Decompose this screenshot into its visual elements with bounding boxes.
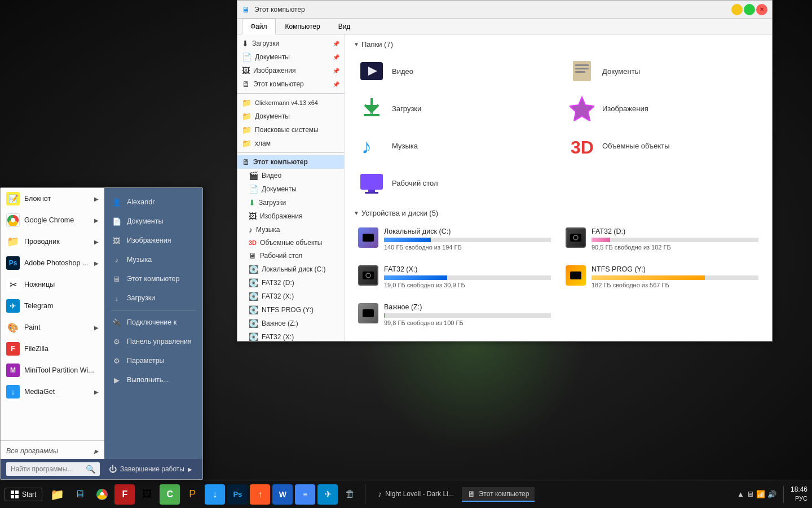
start-item-explorer[interactable]: 📁 Проводник ▶	[1, 231, 104, 252]
tray-icon-volume[interactable]: 🔊	[767, 490, 776, 498]
minitool-icon: M	[6, 364, 20, 377]
taskbar-filezilla-icon[interactable]: F	[114, 484, 135, 505]
drive-y[interactable]: NTFS PROG (Y:) 182 ГБ свободно из 567 ГБ	[561, 261, 763, 293]
taskbar-docs-icon[interactable]: ≡	[295, 484, 315, 505]
taskbar-chrome-icon[interactable]	[92, 484, 112, 505]
taskbar-screen-icon[interactable]: 🖥	[69, 484, 90, 505]
sidebar-item-dl[interactable]: ⬇ Загрузки	[237, 196, 344, 209]
start-right-alexandr[interactable]: 👤 Alexandr	[104, 192, 202, 212]
sidebar-item-d[interactable]: 💽 FAT32 (D:)	[237, 276, 344, 290]
drive-z[interactable]: Важное (Z:) 99,8 ГБ свободно из 100 ГБ	[354, 299, 555, 331]
taskbar-share-icon[interactable]: ↑	[250, 484, 270, 505]
close-button[interactable]: ✕	[756, 4, 767, 15]
sidebar-item-video[interactable]: 🎬 Видео	[237, 169, 344, 182]
drive-c[interactable]: Локальный диск (C:) 140 ГБ свободно из 1…	[354, 223, 555, 255]
start-right-settings[interactable]: ⚙ Параметры	[104, 351, 202, 370]
start-search[interactable]: 🔍	[6, 462, 100, 476]
sidebar-item-documents[interactable]: 📄 Документы 📌	[237, 50, 344, 64]
sidebar-item-docs2[interactable]: 📁 Документы	[237, 110, 344, 123]
sidebar-item-desktop[interactable]: 🖥 Рабочий стол	[237, 249, 344, 262]
tray-icon-monitor[interactable]: 🖥	[747, 490, 754, 498]
taskbar-word-icon[interactable]: W	[272, 484, 293, 505]
start-item-telegram[interactable]: ✈ Telegram	[1, 295, 104, 317]
folder-item-downloads[interactable]: Загрузки	[354, 91, 553, 125]
sidebar-pin-icon: 📌	[333, 54, 339, 60]
start-right-connect[interactable]: 🔌 Подключение к	[104, 313, 202, 332]
taskbar-telegram-icon[interactable]: ✈	[317, 484, 338, 505]
taskbar-file-explorer-icon[interactable]: 📁	[47, 484, 67, 505]
taskbar-ps-icon[interactable]: Ps	[227, 484, 248, 505]
maximize-button[interactable]	[744, 4, 755, 15]
taskbar-item-music[interactable]: ♪ Night Lovell - Dark Li...	[372, 487, 459, 502]
folder-name: Музыка	[392, 142, 418, 150]
drive-c-space: 140 ГБ свободно из 194 ГБ	[384, 244, 551, 251]
drive-x[interactable]: FAT32 (X:) 19,0 ГБ свободно из 30,9 ГБ	[354, 261, 555, 293]
folder-item-documents[interactable]: Документы	[564, 54, 763, 88]
taskbar-photos-icon[interactable]: 🖼	[137, 484, 157, 505]
start-item-chrome[interactable]: Google Chrome ▶	[1, 209, 104, 231]
sidebar-item-z[interactable]: 💽 Важное (Z:)	[237, 317, 344, 330]
sidebar-label: Важное (Z:)	[262, 319, 298, 327]
start-item-paint[interactable]: 🎨 Paint ▶	[1, 317, 104, 338]
drive-z-name: Важное (Z:)	[384, 303, 551, 311]
sidebar-item-thispc-top[interactable]: 🖥 Этот компьютер 📌	[237, 77, 344, 91]
start-right-documents[interactable]: 📄 Документы	[104, 212, 202, 231]
minimize-button[interactable]	[731, 4, 743, 15]
tab-computer[interactable]: Компьютер	[277, 19, 329, 34]
start-button[interactable]: Start	[5, 488, 42, 501]
sidebar-item-docs3[interactable]: 📄 Документы	[237, 182, 344, 196]
folder-item-images[interactable]: Изображения	[564, 91, 763, 125]
taskbar-download-icon[interactable]: ↓	[205, 484, 225, 505]
start-right-music[interactable]: ♪ Музыка	[104, 250, 202, 269]
taskbar-clipboard-icon[interactable]: C	[160, 484, 180, 505]
sidebar-item-3d[interactable]: 3D Объемные объекты	[237, 237, 344, 249]
folder-item-video[interactable]: Видео	[354, 54, 553, 88]
controlpanel-icon: ⚙	[111, 336, 122, 347]
tray-icon-network[interactable]: 📶	[756, 490, 765, 498]
sidebar-item-music[interactable]: ♪ Музыка	[237, 223, 344, 237]
sidebar-item-search[interactable]: 📁 Поисковые системы	[237, 123, 344, 137]
sidebar-item-clickermann[interactable]: 📁 Clickermann v4.13 x64	[237, 96, 344, 110]
file-explorer-content: ⬇ Загрузки 📌 📄 Документы 📌 🖼 Изображения…	[237, 34, 772, 341]
taskbar-item-computer[interactable]: 🖥 Этот компьютер	[462, 487, 535, 502]
tab-file[interactable]: Файл	[242, 19, 276, 34]
start-item-filezilla[interactable]: F FileZilla	[1, 338, 104, 360]
start-right-downloads[interactable]: ↓ Загрузки	[104, 288, 202, 308]
drive-c-bar-wrap	[384, 238, 551, 242]
start-right-run[interactable]: ▶ Выполнить...	[104, 370, 202, 389]
sidebar-item-x2[interactable]: 💽 FAT32 (X:)	[237, 330, 344, 341]
sidebar-item-downloads[interactable]: ⬇ Загрузки 📌	[237, 37, 344, 50]
start-right-images[interactable]: 🖼 Изображения	[104, 231, 202, 250]
folder-item-3d[interactable]: 3D Объемные объекты	[564, 129, 763, 163]
sidebar-item-thispc[interactable]: 🖥 Этот компьютер	[237, 155, 344, 169]
sidebar-item-images[interactable]: 🖼 Изображения 📌	[237, 64, 344, 77]
shutdown-arrow: ▶	[188, 466, 192, 472]
folders-section-header[interactable]: ▼ Папки (7)	[354, 40, 763, 49]
keyboard-lang: РУС	[791, 494, 807, 503]
start-item-all-programs[interactable]: Все программы ▶	[1, 443, 104, 459]
drive-d[interactable]: FAT32 (D:) 90,5 ГБ свободно из 102 ГБ	[561, 223, 763, 255]
start-right-computer[interactable]: 🖥 Этот компьютер	[104, 269, 202, 288]
sidebar-item-x[interactable]: 💽 FAT32 (X:)	[237, 290, 344, 303]
sidebar-item-y[interactable]: 💽 NTFS PROG (Y:)	[237, 303, 344, 317]
tab-view[interactable]: Вид	[330, 19, 359, 34]
sidebar-item-localc[interactable]: 💽 Локальный диск (C:)	[237, 262, 344, 276]
start-item-scissors[interactable]: ✂ Ножницы	[1, 274, 104, 295]
taskbar-trash-icon[interactable]: 🗑	[340, 484, 360, 505]
tray-icon-up[interactable]: ▲	[737, 490, 744, 498]
start-item-mediaget[interactable]: ↓ MediaGet ▶	[1, 381, 104, 402]
start-menu-bottom: 🔍 ⏻ Завершение работы ▶	[1, 459, 202, 479]
start-search-input[interactable]	[11, 465, 82, 473]
drives-section-header[interactable]: ▼ Устройства и диски (5)	[354, 209, 763, 217]
folder-item-music[interactable]: ♪ Музыка	[354, 129, 553, 163]
start-right-controlpanel[interactable]: ⚙ Панель управления	[104, 332, 202, 351]
sidebar-item-trash[interactable]: 📁 хлам	[237, 137, 344, 150]
clock[interactable]: 18:46 РУС	[791, 485, 807, 503]
taskbar-pix-icon[interactable]: P	[182, 484, 202, 505]
folder-item-desktop[interactable]: Рабочий стол	[354, 166, 553, 200]
start-item-photoshop[interactable]: Ps Adobe Photoshop ... ▶	[1, 252, 104, 274]
sidebar-item-img2[interactable]: 🖼 Изображения	[237, 209, 344, 223]
start-item-notepad[interactable]: 📝 Блокнот ▶	[1, 188, 104, 209]
start-item-minitool[interactable]: M MiniTool Partition Wi...	[1, 360, 104, 381]
shutdown-button[interactable]: ⏻ Завершение работы ▶	[104, 462, 197, 476]
